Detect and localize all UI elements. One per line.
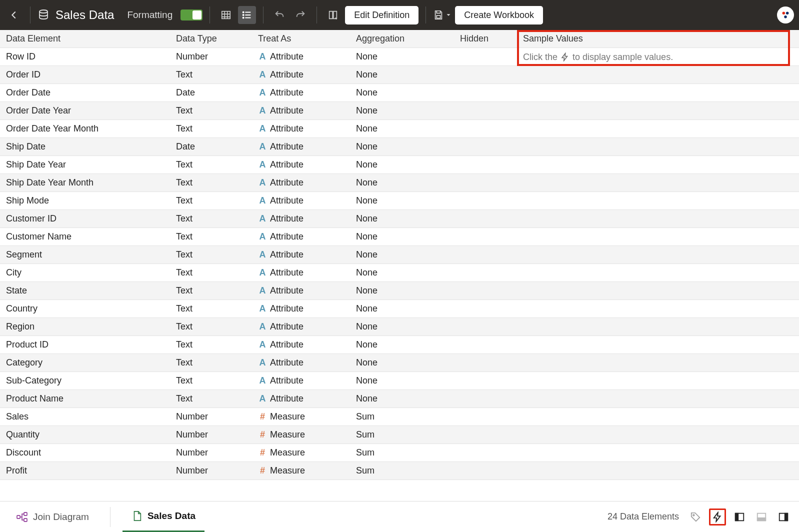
cell-hidden[interactable] [454,181,517,185]
formatting-toggle[interactable] [180,10,202,20]
cell-hidden[interactable] [454,199,517,203]
undo-button[interactable] [270,6,288,24]
table-row[interactable]: Order Date Year MonthTextAAttributeNone [0,120,799,138]
table-row[interactable]: CountryTextAAttributeNone [0,300,799,318]
table-row[interactable]: Ship Date Year MonthTextAAttributeNone [0,174,799,192]
cell-hidden[interactable] [454,127,517,131]
cell-aggregation[interactable]: None [350,374,454,388]
table-row[interactable]: Customer IDTextAAttributeNone [0,210,799,228]
table-row[interactable]: StateTextAAttributeNone [0,282,799,300]
cell-hidden[interactable] [454,271,517,275]
cell-treat-as[interactable]: AAttribute [252,50,350,64]
redo-button[interactable] [292,6,310,24]
col-data-type[interactable]: Data Type [170,32,252,46]
cell-aggregation[interactable]: None [350,356,454,370]
table-row[interactable]: SalesNumber#MeasureSum [0,408,799,426]
panel-right-button[interactable] [775,508,792,526]
table-row[interactable]: CityTextAAttributeNone [0,264,799,282]
cell-hidden[interactable] [454,415,517,419]
edit-definition-button[interactable]: Edit Definition [345,6,418,24]
cell-aggregation[interactable]: None [350,338,454,352]
cell-hidden[interactable] [454,55,517,59]
col-treat-as[interactable]: Treat As [252,32,350,46]
cell-treat-as[interactable]: AAttribute [252,248,350,262]
cell-treat-as[interactable]: AAttribute [252,194,350,208]
list-view-button[interactable] [238,6,256,24]
cell-aggregation[interactable]: None [350,194,454,208]
cell-treat-as[interactable]: AAttribute [252,68,350,82]
cell-treat-as[interactable]: AAttribute [252,176,350,190]
back-button[interactable] [5,6,23,24]
cell-treat-as[interactable]: AAttribute [252,122,350,136]
table-row[interactable]: Order DateDateAAttributeNone [0,84,799,102]
cell-aggregation[interactable]: None [350,86,454,100]
cell-hidden[interactable] [454,289,517,293]
cell-treat-as[interactable]: AAttribute [252,302,350,316]
table-row[interactable]: CategoryTextAAttributeNone [0,354,799,372]
cell-aggregation[interactable]: None [350,320,454,334]
cell-treat-as[interactable]: AAttribute [252,104,350,118]
cell-aggregation[interactable]: None [350,140,454,154]
cell-aggregation[interactable]: None [350,266,454,280]
table-row[interactable]: Product IDTextAAttributeNone [0,336,799,354]
col-data-element[interactable]: Data Element [0,32,170,46]
table-row[interactable]: SegmentTextAAttributeNone [0,246,799,264]
cell-treat-as[interactable]: AAttribute [252,230,350,244]
cell-aggregation[interactable]: None [350,230,454,244]
cell-treat-as[interactable]: AAttribute [252,212,350,226]
cell-hidden[interactable] [454,235,517,239]
cell-hidden[interactable] [454,469,517,473]
cell-treat-as[interactable]: AAttribute [252,140,350,154]
cell-aggregation[interactable]: None [350,158,454,172]
panel-bottom-button[interactable] [753,508,770,526]
table-row[interactable]: Order IDTextAAttributeNone [0,66,799,84]
cell-treat-as[interactable]: #Measure [252,428,350,442]
cell-aggregation[interactable]: Sum [350,410,454,424]
brand-logo[interactable] [777,6,794,24]
table-row[interactable]: Product NameTextAAttributeNone [0,390,799,408]
cell-treat-as[interactable]: AAttribute [252,374,350,388]
cell-treat-as[interactable]: AAttribute [252,158,350,172]
cell-hidden[interactable] [454,397,517,401]
save-menu[interactable] [433,10,452,20]
table-row[interactable]: Ship DateDateAAttributeNone [0,138,799,156]
table-row[interactable]: RegionTextAAttributeNone [0,318,799,336]
cell-treat-as[interactable]: AAttribute [252,338,350,352]
cell-hidden[interactable] [454,379,517,383]
cell-treat-as[interactable]: AAttribute [252,356,350,370]
cell-aggregation[interactable]: None [350,68,454,82]
cell-hidden[interactable] [454,163,517,167]
cell-aggregation[interactable]: None [350,248,454,262]
cell-treat-as[interactable]: AAttribute [252,320,350,334]
cell-hidden[interactable] [454,145,517,149]
grid-view-button[interactable] [217,6,235,24]
cell-hidden[interactable] [454,325,517,329]
cell-aggregation[interactable]: None [350,284,454,298]
cell-aggregation[interactable]: None [350,392,454,406]
cell-aggregation[interactable]: None [350,104,454,118]
table-row[interactable]: Ship ModeTextAAttributeNone [0,192,799,210]
cell-hidden[interactable] [454,451,517,455]
col-aggregation[interactable]: Aggregation [350,32,454,46]
cell-treat-as[interactable]: AAttribute [252,284,350,298]
cell-aggregation[interactable]: Sum [350,464,454,478]
cell-treat-as[interactable]: #Measure [252,446,350,460]
table-row[interactable]: Sub-CategoryTextAAttributeNone [0,372,799,390]
cell-aggregation[interactable]: None [350,50,454,64]
table-row[interactable]: Ship Date YearTextAAttributeNone [0,156,799,174]
cell-aggregation[interactable]: None [350,212,454,226]
cell-hidden[interactable] [454,361,517,365]
table-row[interactable]: ProfitNumber#MeasureSum [0,462,799,480]
preview-button[interactable] [324,6,342,24]
table-row[interactable]: QuantityNumber#MeasureSum [0,426,799,444]
cell-treat-as[interactable]: #Measure [252,464,350,478]
create-workbook-button[interactable]: Create Workbook [455,6,543,24]
cell-aggregation[interactable]: None [350,302,454,316]
tag-icon[interactable] [687,508,704,526]
cell-aggregation[interactable]: Sum [350,428,454,442]
cell-hidden[interactable] [454,433,517,437]
cell-hidden[interactable] [454,91,517,95]
cell-treat-as[interactable]: #Measure [252,410,350,424]
cell-hidden[interactable] [454,343,517,347]
cell-aggregation[interactable]: None [350,176,454,190]
